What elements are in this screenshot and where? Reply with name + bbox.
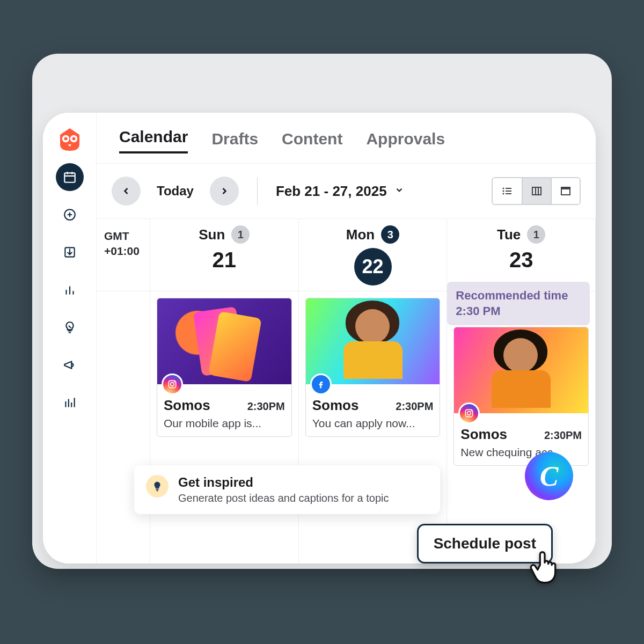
day-name: Sun bbox=[199, 226, 225, 243]
tab-drafts[interactable]: Drafts bbox=[211, 130, 258, 153]
post-caption: You can apply now... bbox=[312, 417, 434, 430]
day-number: 21 bbox=[213, 248, 237, 272]
post-card[interactable]: Somos 2:30PM New chequing acc... bbox=[453, 327, 589, 466]
post-thumbnail bbox=[157, 298, 291, 384]
tab-calendar[interactable]: Calendar bbox=[119, 128, 188, 153]
canva-button[interactable]: C bbox=[525, 452, 573, 500]
lightbulb-icon bbox=[146, 475, 169, 497]
day-slot-tue[interactable]: Recommended time2:30 PM Somos bbox=[447, 291, 596, 564]
day-slot-mon[interactable]: Somos 2:30PM You can apply now... bbox=[299, 291, 448, 564]
canva-letter: C bbox=[540, 460, 559, 492]
date-range-text: Feb 21 - 27, 2025 bbox=[276, 183, 387, 200]
sidebar-plus-icon[interactable] bbox=[56, 201, 84, 229]
post-card[interactable]: Somos 2:30PM You can apply now... bbox=[305, 298, 441, 437]
day-column-mon: Mon 3 22 bbox=[299, 219, 448, 291]
sidebar bbox=[43, 113, 97, 564]
inspire-subtitle: Generate post ideas and captions for a t… bbox=[178, 492, 389, 504]
sidebar-megaphone-icon[interactable] bbox=[56, 351, 84, 379]
tab-content[interactable]: Content bbox=[282, 130, 342, 153]
post-thumbnail bbox=[454, 327, 588, 413]
facebook-icon bbox=[310, 374, 332, 395]
svg-rect-31 bbox=[561, 187, 570, 189]
sidebar-calendar-icon[interactable] bbox=[56, 163, 84, 191]
svg-point-1 bbox=[64, 137, 67, 141]
inspire-title: Get inspired bbox=[178, 475, 389, 490]
sidebar-lightbulb-icon[interactable] bbox=[56, 313, 84, 341]
post-time: 2:30PM bbox=[247, 400, 285, 413]
day-name: Tue bbox=[497, 226, 521, 243]
day-number: 23 bbox=[509, 248, 533, 272]
day-count-badge: 1 bbox=[527, 225, 545, 244]
get-inspired-banner[interactable]: Get inspired Generate post ideas and cap… bbox=[134, 465, 440, 514]
sidebar-bars-icon[interactable] bbox=[56, 389, 84, 416]
day-column-tue: Tue 1 23 bbox=[447, 219, 596, 291]
svg-point-23 bbox=[503, 191, 504, 192]
timezone-label: GMT+01:00 bbox=[97, 219, 150, 291]
tab-approvals[interactable]: Approvals bbox=[366, 130, 445, 153]
calendar-body: Somos 2:30PM Our mobile app is... bbox=[97, 291, 596, 564]
svg-point-3 bbox=[72, 137, 75, 141]
day-count-badge: 3 bbox=[381, 225, 399, 244]
svg-point-37 bbox=[471, 411, 472, 412]
svg-point-34 bbox=[174, 382, 175, 383]
today-button[interactable]: Today bbox=[149, 184, 201, 199]
date-range-picker[interactable]: Feb 21 - 27, 2025 bbox=[276, 183, 404, 200]
post-caption: Our mobile app is... bbox=[164, 417, 285, 430]
tabs: Calendar Drafts Content Approvals bbox=[97, 113, 596, 153]
post-account: Somos bbox=[164, 397, 210, 414]
next-button[interactable] bbox=[210, 177, 239, 206]
prev-button[interactable] bbox=[112, 177, 141, 206]
day-slot-sun[interactable]: Somos 2:30PM Our mobile app is... bbox=[150, 291, 299, 564]
toolbar: Today Feb 21 - 27, 2025 bbox=[97, 163, 596, 219]
svg-line-16 bbox=[68, 326, 70, 328]
svg-point-36 bbox=[467, 412, 471, 415]
recommended-time-tooltip: Recommended time2:30 PM bbox=[447, 282, 590, 325]
post-time: 2:30PM bbox=[396, 400, 433, 413]
svg-rect-27 bbox=[532, 187, 541, 195]
calendar-header: GMT+01:00 Sun 1 21 Mon 3 22 bbox=[97, 219, 596, 291]
post-time: 2:30PM bbox=[544, 429, 582, 442]
post-card[interactable]: Somos 2:30PM Our mobile app is... bbox=[157, 298, 292, 437]
instagram-icon bbox=[162, 374, 183, 395]
svg-point-25 bbox=[503, 193, 504, 195]
view-switcher bbox=[492, 177, 581, 205]
svg-rect-4 bbox=[64, 173, 75, 182]
post-account: Somos bbox=[460, 426, 507, 443]
svg-rect-38 bbox=[156, 489, 159, 490]
day-column-sun: Sun 1 21 bbox=[150, 219, 299, 291]
sidebar-analytics-icon[interactable] bbox=[56, 276, 84, 304]
svg-point-21 bbox=[503, 188, 504, 189]
divider bbox=[257, 177, 258, 205]
cursor-pointer-icon bbox=[526, 547, 564, 585]
day-name: Mon bbox=[346, 226, 375, 243]
view-list-button[interactable] bbox=[493, 178, 522, 204]
svg-point-33 bbox=[171, 383, 174, 386]
sidebar-inbox-icon[interactable] bbox=[56, 238, 84, 266]
brand-logo-owl-icon bbox=[56, 126, 84, 153]
post-account: Somos bbox=[312, 397, 359, 414]
post-thumbnail bbox=[306, 298, 440, 384]
chevron-down-icon bbox=[394, 185, 404, 197]
view-month-button[interactable] bbox=[551, 178, 580, 204]
svg-rect-39 bbox=[156, 490, 158, 491]
day-number-today: 22 bbox=[354, 248, 392, 286]
view-columns-button[interactable] bbox=[522, 178, 551, 204]
day-count-badge: 1 bbox=[231, 225, 250, 244]
